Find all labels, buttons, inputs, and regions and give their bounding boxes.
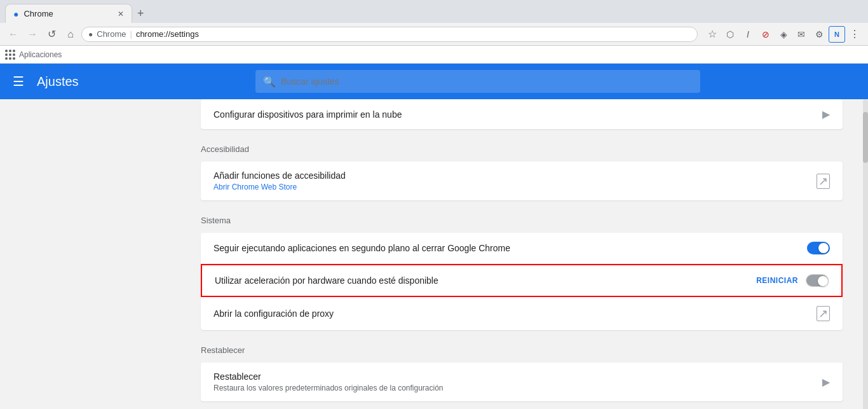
- restore-title: Restablecer: [214, 371, 822, 382]
- cast-icon[interactable]: ⬡: [722, 26, 738, 43]
- settings-icon[interactable]: ⚙: [811, 26, 827, 43]
- proxy-external-icon: ↗: [817, 306, 830, 321]
- apps-grid-icon[interactable]: [5, 50, 15, 60]
- system-card: Seguir ejecutando aplicaciones en segund…: [201, 233, 843, 330]
- proxy-item[interactable]: Abrir la configuración de proxy ↗: [201, 297, 843, 330]
- reader-icon[interactable]: I: [740, 26, 756, 43]
- toggle-thumb-off: [818, 276, 828, 286]
- opera-icon[interactable]: ⊘: [757, 26, 774, 43]
- hamburger-menu-icon[interactable]: ☰: [13, 74, 24, 89]
- tab-favicon: ●: [13, 9, 18, 19]
- noscript-icon[interactable]: N: [829, 26, 845, 43]
- settings-search-bar[interactable]: 🔍: [255, 70, 700, 93]
- tab-close-icon[interactable]: ✕: [118, 10, 124, 18]
- background-apps-toggle[interactable]: [807, 242, 830, 254]
- reset-title: Restablecer: [201, 340, 843, 360]
- accessibility-section: Accesibilidad Añadir funciones de accesi…: [201, 139, 843, 200]
- back-button[interactable]: ←: [5, 26, 22, 43]
- settings-page-title: Ajustes: [37, 74, 88, 89]
- background-apps-item[interactable]: Seguir ejecutando aplicaciones en segund…: [201, 233, 843, 264]
- nav-bar: ← → ↺ ⌂ ● Chrome | chrome://settings ☆ ⬡…: [0, 23, 868, 46]
- reset-card: Restablecer Restaura los valores predete…: [201, 363, 843, 401]
- restore-item[interactable]: Restablecer Restaura los valores predete…: [201, 363, 843, 401]
- new-tab-btn[interactable]: +: [132, 4, 149, 23]
- cloud-print-chevron: ▶: [822, 108, 830, 120]
- url-text: chrome://settings: [136, 29, 199, 39]
- hardware-accel-title: Utilizar aceleración por hardware cuando…: [215, 275, 438, 286]
- forward-button[interactable]: →: [24, 26, 41, 43]
- search-input[interactable]: [281, 76, 693, 87]
- reset-section: Restablecer Restablecer Restaura los val…: [201, 340, 843, 401]
- sidebar: [0, 99, 191, 409]
- apps-bar-label: Aplicaciones: [19, 50, 62, 59]
- apps-bar: Aplicaciones: [0, 46, 868, 64]
- browser-window: ● Chrome ✕ + ← → ↺ ⌂ ● Chrome | chrome:/…: [0, 0, 868, 409]
- menu-dots-icon[interactable]: ⋮: [846, 26, 863, 43]
- home-button[interactable]: ⌂: [62, 26, 79, 43]
- background-apps-title: Seguir ejecutando aplicaciones en segund…: [214, 243, 510, 253]
- accessibility-title: Accesibilidad: [201, 139, 843, 159]
- background-apps-content: Seguir ejecutando aplicaciones en segund…: [214, 243, 807, 253]
- hardware-accel-toggle[interactable]: [806, 274, 829, 287]
- site-icon: ●: [88, 30, 93, 39]
- external-link-icon: ↗: [817, 174, 830, 189]
- chrome-label: Chrome: [97, 29, 126, 39]
- add-functions-item[interactable]: Añadir funciones de accesibilidad Abrir …: [201, 162, 843, 200]
- cloud-print-item[interactable]: Configurar dispositivos para imprimir en…: [201, 99, 843, 129]
- bookmark-icon[interactable]: ☆: [704, 26, 721, 43]
- proxy-title: Abrir la configuración de proxy: [214, 308, 334, 319]
- cloud-print-section: Configurar dispositivos para imprimir en…: [201, 99, 843, 129]
- add-functions-title: Añadir funciones de accesibilidad: [214, 170, 817, 181]
- scrollbar-thumb[interactable]: [863, 112, 868, 163]
- cloud-print-card: Configurar dispositivos para imprimir en…: [201, 99, 843, 129]
- tab-title: Chrome: [24, 9, 112, 18]
- content-area: Configurar dispositivos para imprimir en…: [0, 99, 868, 409]
- cloud-print-label: Configurar dispositivos para imprimir en…: [214, 109, 822, 120]
- restore-subtitle: Restaura los valores predeterminados ori…: [214, 384, 822, 392]
- add-functions-subtitle: Abrir Chrome Web Store: [214, 183, 817, 191]
- search-icon: 🔍: [263, 76, 276, 88]
- restore-content: Restablecer Restaura los valores predete…: [214, 371, 822, 392]
- add-functions-content: Añadir funciones de accesibilidad Abrir …: [214, 170, 817, 191]
- tab-bar: ● Chrome ✕ +: [0, 0, 868, 23]
- hardware-accel-item[interactable]: Utilizar aceleración por hardware cuando…: [201, 264, 843, 297]
- active-tab[interactable]: ● Chrome ✕: [5, 4, 132, 23]
- accessibility-card: Añadir funciones de accesibilidad Abrir …: [201, 162, 843, 200]
- proxy-content: Abrir la configuración de proxy: [214, 308, 817, 319]
- reload-button[interactable]: ↺: [43, 26, 60, 43]
- address-bar[interactable]: ● Chrome | chrome://settings: [81, 27, 698, 42]
- scrollbar[interactable]: [863, 99, 868, 409]
- extension2-icon[interactable]: ✉: [793, 26, 810, 43]
- extension1-icon[interactable]: ◈: [775, 26, 792, 43]
- restore-chevron: ▶: [822, 376, 830, 388]
- toolbar-icons: ☆ ⬡ I ⊘ ◈ ✉ ⚙ N ⋮: [704, 26, 863, 43]
- settings-content: Configurar dispositivos para imprimir en…: [191, 99, 868, 409]
- reiniciar-button[interactable]: REINICIAR: [756, 276, 806, 285]
- toggle-thumb-on: [818, 243, 829, 253]
- settings-header: ☰ Ajustes 🔍: [0, 64, 868, 99]
- hardware-accel-content: Utilizar aceleración por hardware cuando…: [215, 275, 756, 286]
- system-title: Sistema: [201, 211, 843, 230]
- system-section: Sistema Seguir ejecutando aplicaciones e…: [201, 211, 843, 330]
- url-separator: |: [130, 29, 132, 39]
